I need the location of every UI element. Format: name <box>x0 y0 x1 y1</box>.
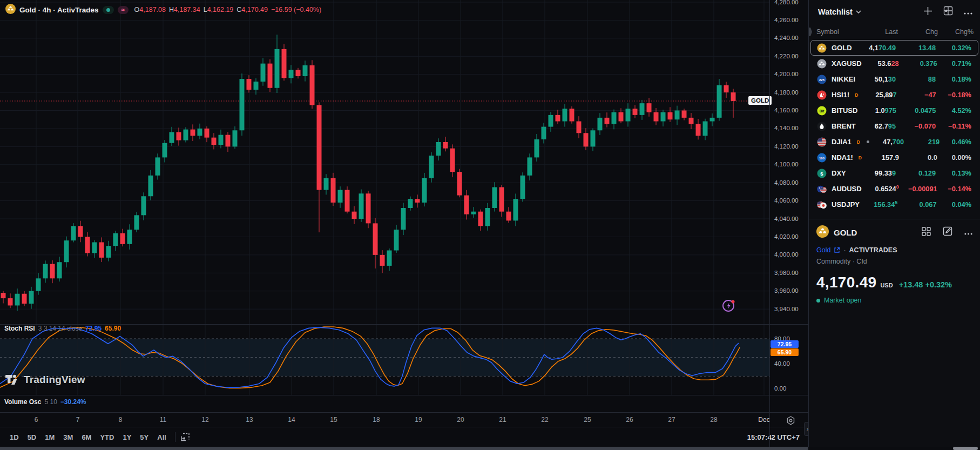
watchlist-change-pct: 4.52% <box>936 106 971 115</box>
range-button-3m[interactable]: 3M <box>59 431 77 444</box>
watchlist-change-value: 88 <box>896 75 936 83</box>
price-currency: USD <box>880 282 893 288</box>
watchlist-column-headers[interactable]: Symbol Last Chg Chg% <box>809 24 980 40</box>
range-button-1y[interactable]: 1Y <box>118 431 136 444</box>
edit-note-button[interactable] <box>943 226 952 238</box>
watchlist-last-value: 4,170.49 <box>857 44 896 52</box>
price-tick: 3,960.00 <box>774 287 799 294</box>
col-last: Last <box>859 28 898 36</box>
watchlist-row-hsi1[interactable]: HSI1!D25,897−47−0.18% <box>810 87 978 103</box>
range-button-1d[interactable]: 1D <box>5 431 23 444</box>
watchlist-last-value: 50,130 <box>857 75 896 83</box>
watchlist-change-pct: −0.14% <box>937 185 971 193</box>
watchlist-row-dxy[interactable]: $DXY99.3390.1290.13% <box>810 165 978 181</box>
watchlist-change-value: 0.129 <box>896 169 936 177</box>
watchlist-symbol-name: GOLD <box>832 44 852 52</box>
watchlist-last-value: 62.795 <box>857 122 896 130</box>
range-button-1m[interactable]: 1M <box>40 431 59 444</box>
watchlist-last-value: 156.345 <box>860 200 897 209</box>
watchlist-header: Watchlist <box>809 0 980 24</box>
dollar-index-icon: $ <box>816 169 827 178</box>
watchlist-row-djia1[interactable]: DJIA1D47,7002190.46% <box>810 134 978 150</box>
watchlist-title-menu[interactable]: Watchlist <box>818 8 861 16</box>
price-tick: 3,980.00 <box>774 270 799 276</box>
watchlist-more-button[interactable] <box>964 7 972 17</box>
watchlist-row-bitusd[interactable]: BitBITUSD1.09750.04754.52% <box>810 103 978 118</box>
price-tick: 4,120.00 <box>774 143 799 150</box>
watchlist-row-gold[interactable]: GOLD4,170.4913.480.32% <box>810 40 978 56</box>
watchlist-row-nikkei[interactable]: 225NIKKEI50,130880.18% <box>810 71 978 87</box>
range-button-5y[interactable]: 5Y <box>136 431 153 444</box>
watchlist-change-pct: 0.71% <box>937 59 971 68</box>
watchlist-symbol-name: DJIA1 <box>832 138 851 146</box>
watchlist-symbol-name: BRENT <box>832 122 856 130</box>
panel-scrollbar-thumb[interactable] <box>953 447 978 450</box>
axis-settings-icon[interactable] <box>786 415 796 428</box>
price-axis[interactable]: 4,280.004,260.004,240.004,220.004,200.00… <box>769 0 808 447</box>
volume-osc-legend[interactable]: Volume Osc 5 10 −30.24% <box>4 398 86 406</box>
price-tick: 4,160.00 <box>774 107 799 113</box>
stoch-rsi-legend[interactable]: Stoch RSI 3 3 14 14 close 72.95 65.90 <box>4 325 121 332</box>
watchlist-row-nda1[interactable]: 100NDA1!D157.90.00.00% <box>810 150 978 165</box>
svg-text:225: 225 <box>819 78 825 82</box>
watchlist-row-xagusd[interactable]: XAGUSD53.6280.3760.71% <box>810 56 978 71</box>
silver-bars-icon <box>816 59 827 69</box>
date-tick: 26 <box>626 416 633 424</box>
price-tick: 4,060.00 <box>774 197 799 204</box>
price-tick: 4,040.00 <box>774 216 799 222</box>
chart-area: Gold · 4h · ActivTrades ≈ O4,187.08H4,18… <box>0 0 808 450</box>
price-tick: 4,240.00 <box>774 35 799 41</box>
chart-legend[interactable]: Gold · 4h · ActivTrades ≈ O4,187.08H4,18… <box>5 4 321 16</box>
volume-osc-name: Volume Osc <box>4 398 41 406</box>
date-tick: 27 <box>668 416 675 424</box>
price-chart-canvas[interactable] <box>0 0 769 324</box>
gold-bars-icon <box>816 43 827 53</box>
range-button-5d[interactable]: 5D <box>23 431 41 444</box>
time-axis[interactable]: 6781112131415181920212225262728Dec <box>0 412 808 427</box>
us-flag-icon <box>816 137 827 147</box>
watchlist-change-pct: 0.46% <box>940 138 971 146</box>
stoch-d-axis-badge: 65.90 <box>771 348 799 356</box>
price-tick: 4,260.00 <box>774 17 799 23</box>
date-tick: 25 <box>584 416 591 424</box>
watchlist-row-audusd[interactable]: AUDUSD0.65240−0.00091−0.14% <box>810 181 978 197</box>
col-chg-pct: Chg% <box>938 28 974 36</box>
tradingview-app: Gold · 4h · ActivTrades ≈ O4,187.08H4,18… <box>0 0 980 450</box>
layout-grid-button[interactable] <box>922 227 931 238</box>
go-to-date-icon[interactable] <box>180 432 191 442</box>
stoch-k-value: 72.95 <box>85 325 102 332</box>
chevron-down-icon <box>856 10 861 14</box>
watchlist-symbol-name: DXY <box>832 169 846 177</box>
stoch-axis-tick: 0.00 <box>774 385 786 392</box>
tradingview-logo-icon <box>5 374 19 386</box>
date-tick: 8 <box>119 416 123 424</box>
price-tick: 4,180.00 <box>774 89 799 96</box>
date-tick: 21 <box>499 416 506 424</box>
watchlist-row-brent[interactable]: BRENT62.795−0.070−0.11% <box>810 118 978 134</box>
gold-symbol-icon <box>5 4 16 16</box>
svg-text:$: $ <box>820 170 823 176</box>
price-tick: 3,940.00 <box>774 306 799 312</box>
approx-badge[interactable]: ≈ <box>118 6 129 14</box>
live-data-badge[interactable] <box>103 6 114 14</box>
symbol-more-button[interactable] <box>964 227 972 237</box>
chart-title[interactable]: Gold · 4h · ActivTrades <box>19 6 99 14</box>
range-button-ytd[interactable]: YTD <box>96 431 118 444</box>
date-tick: 18 <box>373 416 380 424</box>
symbol-link[interactable]: Gold <box>816 246 830 254</box>
watchlist-row-usdjpy[interactable]: USDJPY156.3450.0670.04% <box>810 197 978 212</box>
watchlist-symbol-name: BITUSD <box>832 106 857 115</box>
bottom-scroll-strip[interactable] <box>0 447 808 450</box>
range-button-all[interactable]: All <box>153 431 171 444</box>
date-tick: 28 <box>710 416 717 424</box>
bit-icon: Bit <box>816 106 827 116</box>
stoch-rsi-canvas[interactable] <box>0 325 769 395</box>
watchlist-layout-button[interactable] <box>943 6 953 18</box>
stoch-rsi-params: 3 3 14 14 close <box>38 325 82 332</box>
external-link-icon[interactable] <box>834 247 840 253</box>
add-symbol-button[interactable] <box>923 6 932 18</box>
range-button-6m[interactable]: 6M <box>77 431 96 444</box>
tradingview-logo[interactable]: TradingView <box>5 374 85 386</box>
gold-symbol-icon <box>816 225 829 240</box>
alert-lightning-icon[interactable] <box>721 298 736 313</box>
